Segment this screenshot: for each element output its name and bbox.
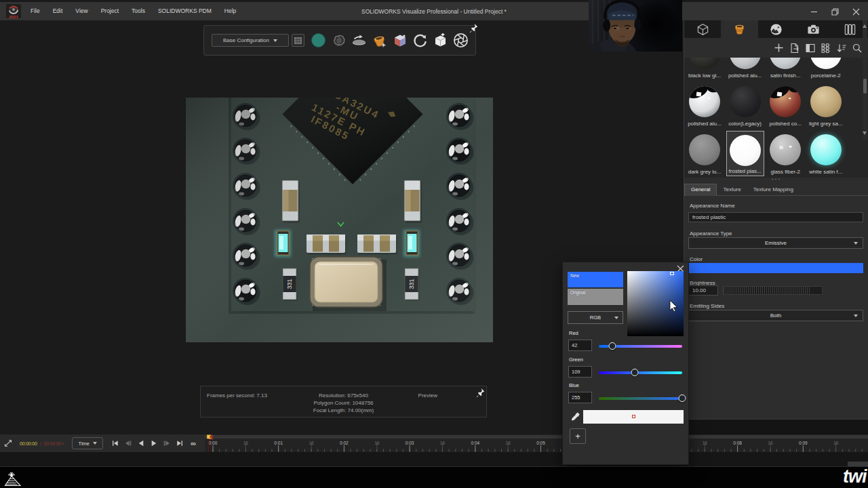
material-item[interactable]: satin finish... <box>766 58 804 80</box>
step-back-button[interactable] <box>124 440 132 447</box>
split-view-icon <box>805 43 816 54</box>
play-reverse-button[interactable] <box>137 440 144 447</box>
material-item[interactable]: glass fiber-2 <box>766 131 804 176</box>
tab-models[interactable] <box>684 20 721 38</box>
brightness-input[interactable]: 10.00 <box>688 285 718 296</box>
material-item[interactable]: polished alu... <box>726 58 764 80</box>
scroll-down-icon[interactable] <box>863 131 867 135</box>
color-label: Color <box>690 256 703 262</box>
material-sphere <box>689 58 720 69</box>
saturation-value-picker[interactable] <box>627 271 684 336</box>
color-swatch-bar[interactable] <box>688 263 863 273</box>
panel-splitter-handle[interactable]: ... <box>684 176 868 180</box>
go-to-end-button[interactable] <box>176 440 183 447</box>
tab-general[interactable]: General <box>684 184 717 196</box>
render-mode-button[interactable] <box>311 33 326 48</box>
thumbnail-size-button[interactable] <box>820 42 831 54</box>
tab-cameras[interactable] <box>795 20 831 38</box>
slider-knob[interactable] <box>679 394 686 402</box>
channel-slider-red[interactable] <box>599 342 682 351</box>
channel-input-blue[interactable]: 255 <box>568 392 592 403</box>
reset-camera-button[interactable] <box>412 33 428 48</box>
scrollbar-thumb[interactable] <box>863 79 867 94</box>
import-appearance-button[interactable] <box>789 42 800 54</box>
turntable-button[interactable] <box>351 33 367 48</box>
material-item[interactable]: polished co... <box>766 83 804 128</box>
export-model-button[interactable] <box>433 33 448 48</box>
minimize-button[interactable] <box>804 2 825 21</box>
pin-icon[interactable] <box>475 388 485 397</box>
rotate-arrow-icon <box>412 33 428 48</box>
property-tabs: General Texture Texture Mapping <box>684 182 868 195</box>
channel-input-green[interactable]: 109 <box>568 366 592 378</box>
close-button[interactable] <box>846 2 867 21</box>
render-stats-box: Frames per second: 7.13 Resolution: 675x… <box>200 386 487 418</box>
channel-slider-green[interactable] <box>599 368 682 378</box>
material-item[interactable]: light grey sa... <box>807 83 845 128</box>
material-item[interactable]: black low gl... <box>686 58 724 80</box>
materials-scrollbar[interactable] <box>863 20 867 140</box>
tab-texture-mapping[interactable]: Texture Mapping <box>747 184 800 195</box>
new-label: New <box>570 273 579 278</box>
loop-button[interactable]: ∞ <box>189 440 198 447</box>
appearance-type-dropdown[interactable]: Emissive <box>688 237 863 249</box>
configuration-manager-button[interactable] <box>292 34 304 47</box>
ruler-label: 16 <box>440 441 445 445</box>
menu-item[interactable]: SOLIDWORKS PDM <box>158 2 212 20</box>
menu-item[interactable]: Edit <box>53 2 63 20</box>
appearance-name-input[interactable] <box>688 212 863 222</box>
add-appearance-button[interactable] <box>773 42 785 54</box>
split-view-button[interactable] <box>804 42 816 54</box>
timecode-total: 00:00:00 <box>43 441 61 446</box>
slider-knob[interactable] <box>609 342 616 350</box>
eyedropper-icon[interactable] <box>570 411 581 422</box>
material-item[interactable]: polished alu... <box>686 83 724 128</box>
tab-environments[interactable] <box>758 20 795 38</box>
denoiser-button[interactable] <box>331 33 347 48</box>
restore-button[interactable] <box>825 2 846 21</box>
window-title: SOLIDWORKS Visualize Professional - Unti… <box>361 2 507 21</box>
configuration-dropdown[interactable]: Base Configuration <box>212 34 289 47</box>
emitting-sides-dropdown[interactable]: Both <box>688 310 863 321</box>
menu-item[interactable]: Help <box>224 2 236 20</box>
new-color-swatch: New <box>568 272 623 287</box>
search-button[interactable] <box>851 42 863 54</box>
pin-icon[interactable] <box>469 23 478 33</box>
color-mode-dropdown[interactable]: RGB <box>568 311 623 324</box>
brightness-slider[interactable] <box>723 286 823 295</box>
channel-slider-blue[interactable] <box>599 394 682 403</box>
menu-item[interactable]: Project <box>101 2 119 20</box>
model-cube-button[interactable] <box>392 33 408 48</box>
timecode-plus: + <box>62 441 64 445</box>
expand-timeline-icon[interactable] <box>3 439 13 448</box>
material-item[interactable]: color(Legacy) <box>726 83 764 128</box>
channel-input-red[interactable]: 42 <box>568 340 592 351</box>
add-swatch-button[interactable]: + <box>570 428 586 444</box>
playhead[interactable] <box>205 434 214 452</box>
timeline-ruler[interactable]: 0:00160:01160:02160:03160:04160:05160:06… <box>205 434 868 452</box>
tab-appearances[interactable] <box>721 20 757 38</box>
menu-item[interactable]: File <box>31 2 40 20</box>
step-forward-icon <box>163 440 170 447</box>
slider-knob[interactable] <box>631 369 638 376</box>
play-button[interactable] <box>150 440 157 447</box>
sort-button[interactable] <box>835 42 847 54</box>
tab-texture[interactable]: Texture <box>717 184 747 195</box>
material-item[interactable]: frosted plas... <box>726 131 764 176</box>
menu-item[interactable]: View <box>75 2 87 20</box>
material-item[interactable]: porcelaine-2 <box>807 58 845 80</box>
models-cube-icon <box>696 22 710 37</box>
go-to-start-button[interactable] <box>111 440 119 447</box>
minimize-icon <box>810 8 818 16</box>
time-mode-dropdown[interactable]: Time <box>72 437 103 449</box>
colored-cube-icon <box>393 33 408 48</box>
scroll-up-icon[interactable] <box>863 24 867 28</box>
step-forward-button[interactable] <box>163 440 170 447</box>
environments-icon <box>769 22 783 37</box>
menu-item[interactable]: Tools <box>132 2 145 20</box>
material-item[interactable]: white satin f... <box>807 131 845 176</box>
paint-bucket-button[interactable] <box>372 33 387 48</box>
material-item[interactable]: dark grey lo... <box>686 131 724 176</box>
render-button[interactable] <box>453 33 469 48</box>
timeline-controls: 00:00:00 / 00:00:00 + Time <box>0 434 205 452</box>
